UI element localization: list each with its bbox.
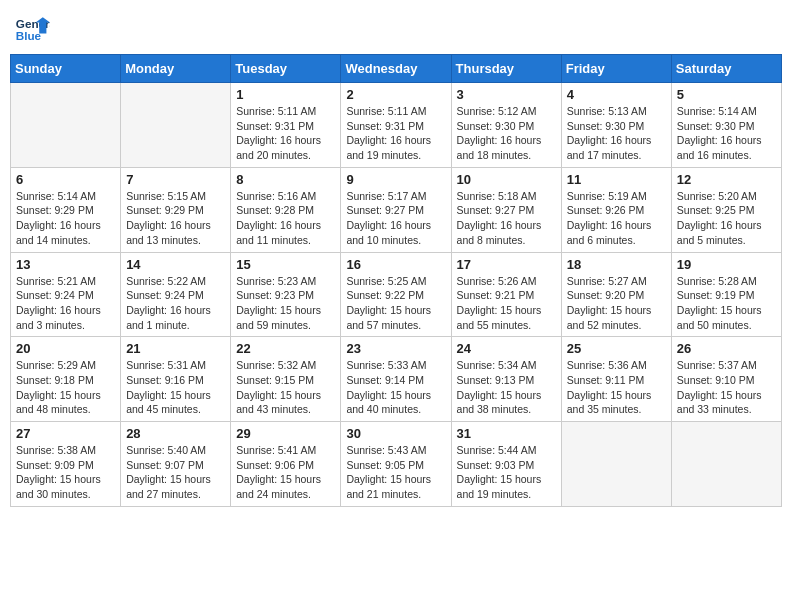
- calendar-cell: 9Sunrise: 5:17 AM Sunset: 9:27 PM Daylig…: [341, 167, 451, 252]
- day-number: 8: [236, 172, 335, 187]
- day-number: 16: [346, 257, 445, 272]
- day-number: 30: [346, 426, 445, 441]
- calendar-cell: 4Sunrise: 5:13 AM Sunset: 9:30 PM Daylig…: [561, 83, 671, 168]
- week-row-2: 6Sunrise: 5:14 AM Sunset: 9:29 PM Daylig…: [11, 167, 782, 252]
- day-number: 17: [457, 257, 556, 272]
- day-number: 25: [567, 341, 666, 356]
- week-row-4: 20Sunrise: 5:29 AM Sunset: 9:18 PM Dayli…: [11, 337, 782, 422]
- day-number: 5: [677, 87, 776, 102]
- day-info: Sunrise: 5:28 AM Sunset: 9:19 PM Dayligh…: [677, 274, 776, 333]
- day-info: Sunrise: 5:40 AM Sunset: 9:07 PM Dayligh…: [126, 443, 225, 502]
- calendar-cell: [11, 83, 121, 168]
- calendar-cell: 15Sunrise: 5:23 AM Sunset: 9:23 PM Dayli…: [231, 252, 341, 337]
- day-number: 9: [346, 172, 445, 187]
- day-info: Sunrise: 5:25 AM Sunset: 9:22 PM Dayligh…: [346, 274, 445, 333]
- day-number: 29: [236, 426, 335, 441]
- day-info: Sunrise: 5:29 AM Sunset: 9:18 PM Dayligh…: [16, 358, 115, 417]
- calendar-cell: 8Sunrise: 5:16 AM Sunset: 9:28 PM Daylig…: [231, 167, 341, 252]
- week-row-1: 1Sunrise: 5:11 AM Sunset: 9:31 PM Daylig…: [11, 83, 782, 168]
- calendar-cell: 31Sunrise: 5:44 AM Sunset: 9:03 PM Dayli…: [451, 422, 561, 507]
- calendar-cell: 18Sunrise: 5:27 AM Sunset: 9:20 PM Dayli…: [561, 252, 671, 337]
- day-number: 27: [16, 426, 115, 441]
- calendar-cell: 3Sunrise: 5:12 AM Sunset: 9:30 PM Daylig…: [451, 83, 561, 168]
- calendar-cell: 30Sunrise: 5:43 AM Sunset: 9:05 PM Dayli…: [341, 422, 451, 507]
- day-info: Sunrise: 5:44 AM Sunset: 9:03 PM Dayligh…: [457, 443, 556, 502]
- day-info: Sunrise: 5:17 AM Sunset: 9:27 PM Dayligh…: [346, 189, 445, 248]
- day-info: Sunrise: 5:12 AM Sunset: 9:30 PM Dayligh…: [457, 104, 556, 163]
- day-info: Sunrise: 5:37 AM Sunset: 9:10 PM Dayligh…: [677, 358, 776, 417]
- day-number: 10: [457, 172, 556, 187]
- day-info: Sunrise: 5:11 AM Sunset: 9:31 PM Dayligh…: [236, 104, 335, 163]
- calendar-cell: 26Sunrise: 5:37 AM Sunset: 9:10 PM Dayli…: [671, 337, 781, 422]
- day-number: 14: [126, 257, 225, 272]
- day-number: 31: [457, 426, 556, 441]
- day-number: 7: [126, 172, 225, 187]
- weekday-header-saturday: Saturday: [671, 55, 781, 83]
- weekday-header-friday: Friday: [561, 55, 671, 83]
- day-info: Sunrise: 5:14 AM Sunset: 9:30 PM Dayligh…: [677, 104, 776, 163]
- day-info: Sunrise: 5:38 AM Sunset: 9:09 PM Dayligh…: [16, 443, 115, 502]
- day-number: 2: [346, 87, 445, 102]
- day-info: Sunrise: 5:15 AM Sunset: 9:29 PM Dayligh…: [126, 189, 225, 248]
- calendar-cell: 16Sunrise: 5:25 AM Sunset: 9:22 PM Dayli…: [341, 252, 451, 337]
- calendar-cell: [121, 83, 231, 168]
- day-info: Sunrise: 5:27 AM Sunset: 9:20 PM Dayligh…: [567, 274, 666, 333]
- week-row-3: 13Sunrise: 5:21 AM Sunset: 9:24 PM Dayli…: [11, 252, 782, 337]
- weekday-header-wednesday: Wednesday: [341, 55, 451, 83]
- day-number: 22: [236, 341, 335, 356]
- calendar-cell: 19Sunrise: 5:28 AM Sunset: 9:19 PM Dayli…: [671, 252, 781, 337]
- calendar-cell: 27Sunrise: 5:38 AM Sunset: 9:09 PM Dayli…: [11, 422, 121, 507]
- day-number: 23: [346, 341, 445, 356]
- day-info: Sunrise: 5:11 AM Sunset: 9:31 PM Dayligh…: [346, 104, 445, 163]
- calendar-cell: 28Sunrise: 5:40 AM Sunset: 9:07 PM Dayli…: [121, 422, 231, 507]
- calendar-cell: 13Sunrise: 5:21 AM Sunset: 9:24 PM Dayli…: [11, 252, 121, 337]
- calendar-cell: 10Sunrise: 5:18 AM Sunset: 9:27 PM Dayli…: [451, 167, 561, 252]
- week-row-5: 27Sunrise: 5:38 AM Sunset: 9:09 PM Dayli…: [11, 422, 782, 507]
- day-number: 21: [126, 341, 225, 356]
- calendar-cell: [561, 422, 671, 507]
- calendar-cell: 14Sunrise: 5:22 AM Sunset: 9:24 PM Dayli…: [121, 252, 231, 337]
- day-info: Sunrise: 5:34 AM Sunset: 9:13 PM Dayligh…: [457, 358, 556, 417]
- day-number: 18: [567, 257, 666, 272]
- day-info: Sunrise: 5:14 AM Sunset: 9:29 PM Dayligh…: [16, 189, 115, 248]
- day-info: Sunrise: 5:32 AM Sunset: 9:15 PM Dayligh…: [236, 358, 335, 417]
- svg-text:Blue: Blue: [16, 29, 42, 42]
- day-info: Sunrise: 5:16 AM Sunset: 9:28 PM Dayligh…: [236, 189, 335, 248]
- calendar-cell: 17Sunrise: 5:26 AM Sunset: 9:21 PM Dayli…: [451, 252, 561, 337]
- day-info: Sunrise: 5:13 AM Sunset: 9:30 PM Dayligh…: [567, 104, 666, 163]
- calendar-cell: 7Sunrise: 5:15 AM Sunset: 9:29 PM Daylig…: [121, 167, 231, 252]
- day-info: Sunrise: 5:33 AM Sunset: 9:14 PM Dayligh…: [346, 358, 445, 417]
- day-number: 11: [567, 172, 666, 187]
- calendar-cell: 25Sunrise: 5:36 AM Sunset: 9:11 PM Dayli…: [561, 337, 671, 422]
- day-info: Sunrise: 5:19 AM Sunset: 9:26 PM Dayligh…: [567, 189, 666, 248]
- day-number: 24: [457, 341, 556, 356]
- day-number: 15: [236, 257, 335, 272]
- page-header: General Blue: [10, 10, 782, 46]
- calendar-cell: 21Sunrise: 5:31 AM Sunset: 9:16 PM Dayli…: [121, 337, 231, 422]
- calendar-table: SundayMondayTuesdayWednesdayThursdayFrid…: [10, 54, 782, 507]
- day-info: Sunrise: 5:31 AM Sunset: 9:16 PM Dayligh…: [126, 358, 225, 417]
- day-number: 4: [567, 87, 666, 102]
- calendar-cell: 5Sunrise: 5:14 AM Sunset: 9:30 PM Daylig…: [671, 83, 781, 168]
- day-number: 20: [16, 341, 115, 356]
- weekday-header-tuesday: Tuesday: [231, 55, 341, 83]
- day-info: Sunrise: 5:41 AM Sunset: 9:06 PM Dayligh…: [236, 443, 335, 502]
- logo-icon: General Blue: [14, 10, 50, 46]
- calendar-cell: 1Sunrise: 5:11 AM Sunset: 9:31 PM Daylig…: [231, 83, 341, 168]
- day-number: 6: [16, 172, 115, 187]
- day-info: Sunrise: 5:36 AM Sunset: 9:11 PM Dayligh…: [567, 358, 666, 417]
- day-info: Sunrise: 5:23 AM Sunset: 9:23 PM Dayligh…: [236, 274, 335, 333]
- day-number: 28: [126, 426, 225, 441]
- calendar-cell: 29Sunrise: 5:41 AM Sunset: 9:06 PM Dayli…: [231, 422, 341, 507]
- calendar-cell: 20Sunrise: 5:29 AM Sunset: 9:18 PM Dayli…: [11, 337, 121, 422]
- day-info: Sunrise: 5:43 AM Sunset: 9:05 PM Dayligh…: [346, 443, 445, 502]
- day-info: Sunrise: 5:21 AM Sunset: 9:24 PM Dayligh…: [16, 274, 115, 333]
- day-info: Sunrise: 5:20 AM Sunset: 9:25 PM Dayligh…: [677, 189, 776, 248]
- day-number: 13: [16, 257, 115, 272]
- day-number: 26: [677, 341, 776, 356]
- weekday-header-thursday: Thursday: [451, 55, 561, 83]
- day-number: 19: [677, 257, 776, 272]
- weekday-header-monday: Monday: [121, 55, 231, 83]
- day-info: Sunrise: 5:26 AM Sunset: 9:21 PM Dayligh…: [457, 274, 556, 333]
- weekday-header-row: SundayMondayTuesdayWednesdayThursdayFrid…: [11, 55, 782, 83]
